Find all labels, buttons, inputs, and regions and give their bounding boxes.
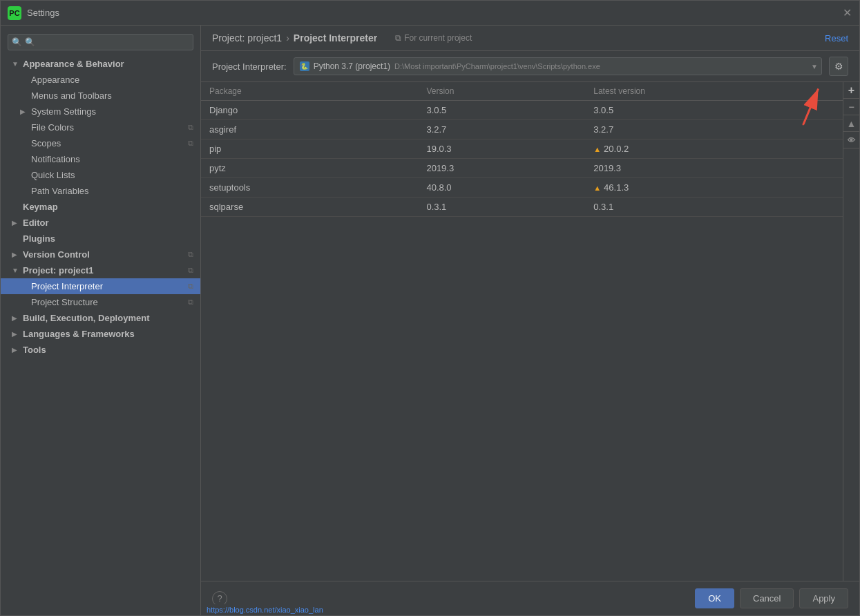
cell-package: setuptools: [201, 178, 418, 198]
table-row: setuptools40.8.0▲46.1.3: [201, 178, 843, 198]
title-bar: PC Settings ✕: [1, 1, 859, 26]
search-box: 🔍: [8, 34, 193, 50]
table-area: Package Version Latest version Django3.0…: [201, 82, 859, 581]
chevron-down-icon: ▼: [811, 63, 818, 70]
cell-package: pip: [201, 139, 418, 159]
cell-version: 0.3.1: [418, 198, 585, 217]
sidebar-label-keymap: Keymap: [23, 202, 193, 212]
latest-version: 46.1.3: [604, 182, 629, 193]
sidebar-item-languages-frameworks[interactable]: Languages & Frameworks: [1, 326, 200, 342]
interpreter-python-label: Python 3.7 (project1): [314, 61, 390, 71]
for-current-project-label: For current project: [404, 33, 472, 43]
sidebar-label-project-project1: Project: project1: [23, 265, 185, 276]
cell-package: asgiref: [201, 120, 418, 139]
sidebar-item-notifications[interactable]: Notifications: [1, 151, 200, 167]
sidebar-item-appearance[interactable]: Appearance: [1, 72, 200, 88]
sidebar-item-editor[interactable]: Editor: [1, 215, 200, 231]
latest-version: 20.0.2: [604, 144, 629, 154]
sidebar-item-system-settings[interactable]: System Settings: [1, 104, 200, 119]
title-bar-left: PC Settings: [8, 6, 59, 20]
sidebar-item-quick-lists[interactable]: Quick Lists: [1, 167, 200, 183]
sidebar-item-plugins[interactable]: Plugins: [1, 231, 200, 247]
col-header-package: Package: [201, 82, 418, 101]
sidebar-item-version-control[interactable]: Version Control ⧉: [1, 247, 200, 262]
bottom-bar: ? OK Cancel Apply https://blog.csdn.net/…: [201, 581, 859, 615]
tree-arrow-version-control: [12, 251, 20, 258]
sidebar-item-project-structure[interactable]: Project Structure ⧉: [1, 294, 200, 310]
cell-package: sqlparse: [201, 198, 418, 217]
tree-arrow-appearance-behavior: [12, 60, 20, 68]
copy-icon-version-control: ⧉: [188, 250, 193, 259]
search-input[interactable]: [8, 34, 193, 50]
sidebar-label-editor: Editor: [23, 218, 193, 228]
cell-version: 3.2.7: [418, 120, 585, 139]
remove-package-button[interactable]: −: [843, 99, 860, 115]
interpreter-select[interactable]: 🐍 Python 3.7 (project1) D:\Most importan…: [294, 57, 822, 75]
interpreter-label: Project Interpreter:: [212, 61, 287, 72]
tree-arrow-build-execution: [12, 314, 20, 322]
panel-header: Project: project1 › Project Interpreter …: [201, 26, 859, 51]
sidebar-item-appearance-behavior[interactable]: Appearance & Behavior: [1, 56, 200, 72]
sidebar-label-appearance: Appearance: [31, 75, 193, 85]
search-icon: 🔍: [12, 37, 22, 47]
close-button[interactable]: ✕: [841, 8, 852, 19]
cancel-button[interactable]: Cancel: [740, 588, 794, 608]
cell-version: 2019.3: [418, 159, 585, 178]
interpreter-select-wrap: 🐍 Python 3.7 (project1) D:\Most importan…: [294, 57, 822, 75]
copy-icon-file-colors: ⧉: [188, 123, 193, 132]
sidebar-label-appearance-behavior: Appearance & Behavior: [23, 59, 193, 69]
copy-icon-project-project1: ⧉: [188, 266, 193, 275]
upgrade-icon: ▲: [593, 184, 601, 192]
tree-arrow-project-project1: [12, 267, 20, 274]
scroll-up-button[interactable]: ▲: [843, 115, 860, 132]
breadcrumb: Project: project1 › Project Interpreter …: [212, 32, 472, 44]
sidebar-label-build-execution: Build, Execution, Deployment: [23, 313, 193, 323]
packages-table: Package Version Latest version Django3.0…: [201, 82, 843, 581]
sidebar-item-menus-toolbars[interactable]: Menus and Toolbars: [1, 88, 200, 104]
copy-icon-project-structure: ⧉: [188, 298, 193, 307]
apply-button[interactable]: Apply: [799, 588, 848, 608]
sidebar-item-path-variables[interactable]: Path Variables: [1, 183, 200, 199]
ok-button[interactable]: OK: [695, 588, 734, 608]
sidebar-item-scopes[interactable]: Scopes ⧉: [1, 135, 200, 151]
tree-arrow-system-settings: [20, 108, 28, 115]
table-row: pytz2019.32019.3: [201, 159, 843, 178]
window-title: Settings: [27, 8, 59, 18]
table-row: sqlparse0.3.10.3.1: [201, 198, 843, 217]
table-row: pip19.0.3▲20.0.2: [201, 139, 843, 159]
sidebar-item-project-project1[interactable]: Project: project1 ⧉: [1, 262, 200, 278]
app-icon: PC: [8, 6, 21, 20]
sidebar-item-file-colors[interactable]: File Colors ⧉: [1, 119, 200, 135]
show-early-button[interactable]: 👁: [843, 132, 860, 148]
table-actions: + − ▲ 👁: [843, 82, 859, 581]
sidebar-label-tools: Tools: [23, 345, 193, 355]
cell-latest: 3.2.7: [585, 120, 843, 139]
tree-arrow-languages-frameworks: [12, 330, 20, 338]
sidebar-label-version-control: Version Control: [23, 249, 185, 260]
reset-link[interactable]: Reset: [825, 33, 848, 44]
gear-button[interactable]: ⚙: [829, 57, 848, 76]
sidebar-label-scopes: Scopes: [31, 138, 185, 148]
cell-version: 40.8.0: [418, 178, 585, 198]
sidebar-item-keymap[interactable]: Keymap: [1, 199, 200, 215]
add-package-button[interactable]: +: [843, 82, 860, 99]
packages-table-element: Package Version Latest version Django3.0…: [201, 82, 843, 217]
sidebar-label-languages-frameworks: Languages & Frameworks: [23, 329, 193, 339]
table-header-row: Package Version Latest version: [201, 82, 843, 101]
cell-latest: ▲20.0.2: [585, 139, 843, 159]
copy-icon-header: ⧉: [395, 33, 401, 43]
sidebar-label-project-interpreter: Project Interpreter: [31, 281, 185, 291]
copy-icon-project-interpreter: ⧉: [188, 282, 193, 291]
cell-latest: ▲46.1.3: [585, 178, 843, 198]
status-url: https://blog.csdn.net/xiao_xiao_lan: [201, 604, 329, 615]
sidebar-item-tools[interactable]: Tools: [1, 342, 200, 358]
sidebar-label-path-variables: Path Variables: [31, 186, 193, 196]
cell-version: 3.0.5: [418, 101, 585, 120]
for-current-project: ⧉ For current project: [395, 33, 472, 43]
right-panel: Project: project1 › Project Interpreter …: [201, 26, 859, 615]
sidebar-item-build-execution[interactable]: Build, Execution, Deployment: [1, 310, 200, 326]
tree-arrow-tools: [12, 346, 20, 354]
sidebar-item-project-interpreter[interactable]: Project Interpreter ⧉: [1, 278, 200, 294]
cell-version: 19.0.3: [418, 139, 585, 159]
sidebar-label-system-settings: System Settings: [31, 106, 193, 117]
